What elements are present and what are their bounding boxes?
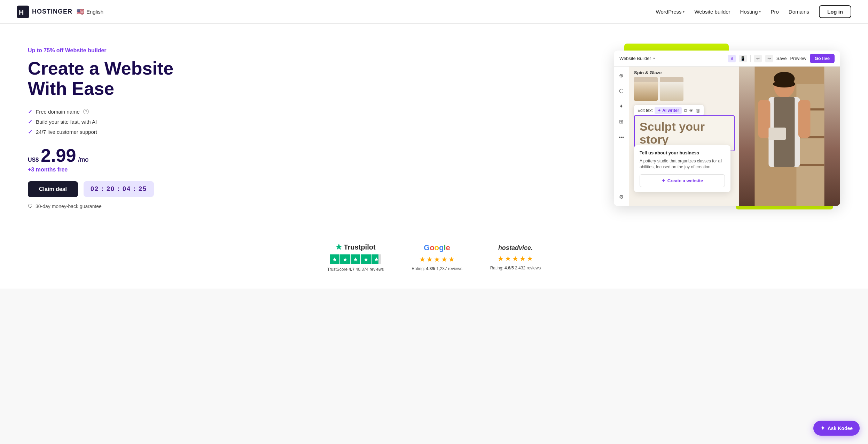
builder-topbar-label: Website Builder	[619, 56, 651, 61]
hostadvice-count: 2,432	[515, 266, 525, 270]
kodee-icon: ✦	[820, 425, 825, 431]
ai-panel-desc: A pottery studio that organizes classes …	[640, 158, 725, 170]
nav-right: WordPress ▾ Website builder Hosting ▾ Pr…	[656, 5, 851, 18]
mobile-view-icon[interactable]: 📱	[739, 55, 747, 62]
trustpilot-score-text: TrustScore 4.7 40,374 reviews	[327, 267, 384, 272]
hostadvice-rating: hostadvice. ★ ★ ★ ★ ★ Rating: 4.6/5 2,43…	[490, 244, 541, 270]
check-icon: ✓	[28, 108, 32, 115]
google-label: reviews	[448, 266, 462, 271]
hostadvice-star-1: ★	[498, 254, 504, 263]
builder-topbar-right: 🖥 📱 ↩ ↪ Save Preview Go live	[728, 54, 835, 63]
builder-window: Website Builder ▾ 🖥 📱 ↩ ↪ Save Preview G…	[614, 51, 840, 206]
builder-canvas: Spin & Glaze Edit text	[629, 67, 840, 206]
sidebar-tool-more[interactable]: •••	[617, 132, 626, 142]
feature-build-ai: ✓ Build your site fast, with AI	[28, 118, 209, 125]
ask-kodee-button[interactable]: ✦ Ask Kodee	[813, 421, 860, 436]
language-selector[interactable]: 🇺🇸 English	[77, 8, 103, 16]
hero-title: Create a Website With Ease	[28, 59, 209, 98]
sidebar-tool-design[interactable]: ⬡	[617, 86, 626, 96]
nav-website-builder[interactable]: Website builder	[694, 9, 730, 15]
trustpilot-logo: ★ Trustpilot	[335, 243, 375, 252]
hostadvice-star-2: ★	[505, 254, 511, 263]
trustpilot-star-logo: ★	[335, 243, 342, 252]
feature-free-domain: ✓ Free domain name ?	[28, 108, 209, 115]
svg-point-9	[773, 81, 796, 87]
login-button[interactable]: Log in	[819, 5, 851, 18]
create-website-button[interactable]: ✦ Create a website	[640, 174, 725, 187]
feature-text: Free domain name	[36, 109, 80, 115]
trustpilot-count: 40,374	[355, 267, 368, 272]
ask-kodee-label: Ask Kodee	[828, 426, 853, 431]
copy-icon[interactable]: ⧉	[684, 108, 687, 113]
hostadvice-star-5: ★	[527, 254, 533, 263]
save-button[interactable]: Save	[776, 56, 787, 61]
builder-topbar: Website Builder ▾ 🖥 📱 ↩ ↪ Save Preview G…	[614, 51, 840, 67]
builder-dropdown-arrow[interactable]: ▾	[653, 56, 655, 60]
hero-badge-highlight: 75%	[44, 47, 55, 53]
google-logo: Google	[424, 243, 450, 252]
sidebar-tool-bottom[interactable]: ⚙	[617, 192, 626, 202]
feature-support: ✓ 24/7 live customer support	[28, 129, 209, 135]
google-star-3: ★	[434, 255, 440, 263]
check-icon: ✓	[28, 129, 32, 135]
logo-text: HOSTINGER	[32, 8, 72, 15]
logo-icon: H	[17, 6, 29, 18]
hostadvice-label: reviews	[526, 266, 541, 270]
hostadvice-score: 4.6/5	[505, 266, 514, 270]
sidebar-tool-add[interactable]: ⊕	[617, 71, 626, 81]
countdown-timer: 02 : 20 : 04 : 25	[84, 181, 154, 197]
svg-text:H: H	[19, 8, 24, 16]
builder-sidebar: ⊕ ⬡ ✦ ⊞ ••• ⚙	[614, 67, 629, 206]
trustpilot-stars: ★ ★ ★ ★ ★	[330, 254, 381, 264]
sidebar-tool-ai[interactable]: ✦	[617, 101, 626, 111]
trustpilot-score: 4.7	[349, 267, 354, 272]
tp-star-3: ★	[351, 254, 360, 264]
google-star-2: ★	[427, 255, 433, 263]
flag-icon: 🇺🇸	[77, 8, 84, 16]
eye-icon[interactable]: 👁	[689, 108, 694, 113]
trustpilot-name: Trustpilot	[344, 243, 375, 251]
hero-left: Up to 75% off Website builder Create a W…	[28, 47, 209, 209]
tp-star-1: ★	[330, 254, 339, 264]
nav-pro[interactable]: Pro	[771, 9, 779, 15]
language-label: English	[86, 9, 103, 15]
hero-features: ✓ Free domain name ? ✓ Build your site f…	[28, 108, 209, 135]
canvas-image-2	[660, 77, 683, 101]
currency: US$	[28, 157, 39, 163]
undo-icon[interactable]: ↩	[754, 55, 762, 62]
preview-button[interactable]: Preview	[790, 56, 806, 61]
canvas-site-name: Spin & Glaze	[634, 70, 662, 75]
nav-hosting[interactable]: Hosting ▾	[740, 9, 761, 15]
redo-icon[interactable]: ↪	[765, 55, 773, 62]
trustpilot-rating: ★ Trustpilot ★ ★ ★ ★ ★ TrustScore 4.7 40…	[327, 243, 384, 272]
claim-deal-button[interactable]: Claim deal	[28, 181, 78, 197]
ai-writer-button[interactable]: ✦ AI writer	[655, 107, 682, 114]
edit-text-button[interactable]: Edit text	[638, 108, 652, 113]
feature-text: 24/7 live customer support	[36, 129, 97, 135]
builder-topbar-left: Website Builder ▾	[619, 56, 655, 61]
info-icon[interactable]: ?	[83, 109, 89, 114]
nav-wordpress[interactable]: WordPress ▾	[656, 9, 685, 15]
canvas-photo	[739, 67, 840, 206]
nav-domains[interactable]: Domains	[789, 9, 809, 15]
desktop-view-icon[interactable]: 🖥	[728, 55, 736, 62]
hostadvice-star-4: ★	[519, 254, 526, 263]
sidebar-tool-layout[interactable]: ⊞	[617, 117, 626, 127]
tp-star-5: ★	[372, 254, 381, 264]
person-svg	[739, 67, 840, 206]
svg-rect-13	[798, 100, 811, 138]
hostadvice-name: hostadvice.	[498, 244, 533, 252]
svg-rect-14	[769, 128, 786, 140]
hero-badge-prefix: Up to	[28, 47, 42, 53]
google-star-5: ★	[448, 255, 455, 263]
tp-star-2: ★	[340, 254, 350, 264]
navbar: H HOSTINGER 🇺🇸 English WordPress ▾ Websi…	[0, 0, 868, 24]
money-back-text: 30-day money-back guarantee	[36, 204, 102, 209]
trustpilot-label: reviews	[370, 267, 384, 272]
canvas-photo-person	[739, 67, 840, 206]
golive-button[interactable]: Go live	[810, 54, 835, 63]
delete-icon[interactable]: 🗑	[696, 108, 700, 113]
google-star-4: ★	[441, 255, 447, 263]
ai-panel: Tell us about your business A pottery st…	[634, 145, 730, 192]
logo[interactable]: H HOSTINGER	[17, 6, 72, 18]
